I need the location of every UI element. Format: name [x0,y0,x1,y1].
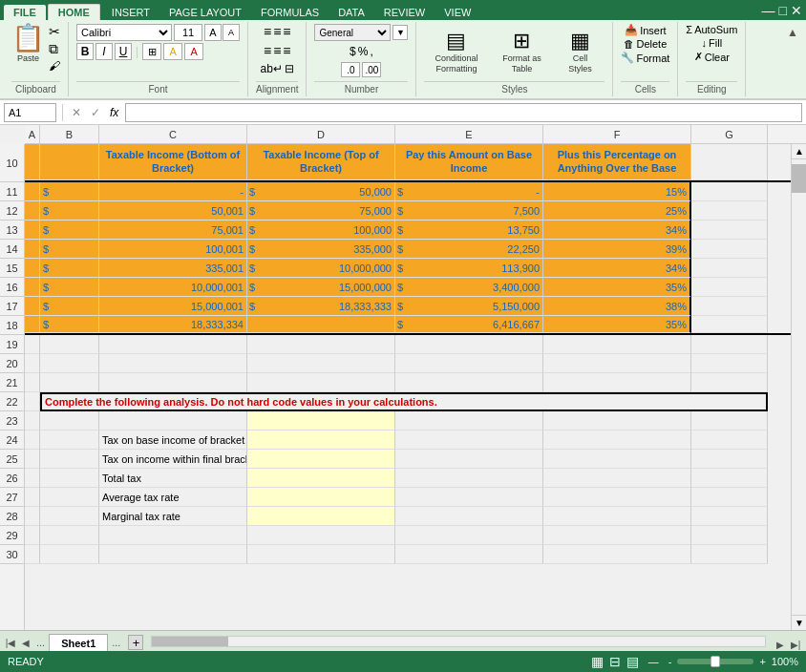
cell-F23[interactable] [543,411,691,430]
cell-C10[interactable]: Taxable Income (Bottom of Bracket) [99,144,247,180]
border-button[interactable]: ⊞ [142,43,161,60]
tab-nav-first[interactable]: |◀ [4,636,17,649]
cell-F29[interactable] [543,526,691,545]
row-header-17[interactable]: 17 [0,297,24,316]
cell-E17-pre[interactable]: $ [395,297,414,316]
cell-B27[interactable] [40,488,99,507]
scroll-thumb-vertical[interactable] [792,164,806,193]
cancel-formula-button[interactable]: ✕ [72,106,81,119]
cell-E20[interactable] [395,354,543,373]
cell-B10[interactable] [40,144,99,180]
cell-A11[interactable] [25,182,40,201]
cell-B29[interactable] [40,526,99,545]
tab-nav-last[interactable]: ▶| [789,638,802,651]
cell-reference-input[interactable] [4,103,56,122]
cell-D17-pre[interactable]: $ [247,297,266,316]
col-header-A[interactable]: A [25,125,40,143]
cell-E13-pre[interactable]: $ [395,220,414,240]
cell-C15[interactable]: 335,001 [99,259,247,278]
page-break-icon[interactable]: ▤ [626,654,639,669]
cell-G18[interactable] [691,316,768,333]
tab-file[interactable]: FILE [4,5,46,20]
cell-C30[interactable] [99,545,247,564]
cell-B15[interactable]: $ [40,259,99,278]
formula-input[interactable] [125,103,802,122]
normal-view-icon[interactable]: ▦ [591,654,604,669]
cell-D11-pre[interactable]: $ [247,182,266,201]
delete-cells-button[interactable]: 🗑 Delete [624,38,667,50]
cell-F11[interactable]: 15% [543,182,691,201]
tab-nav-prev[interactable]: ◀ [19,636,32,649]
cell-C28[interactable]: Marginal tax rate [99,507,247,526]
cell-F24[interactable] [543,430,691,450]
cell-B28[interactable] [40,507,99,526]
cell-A29[interactable] [25,526,40,545]
cell-A26[interactable] [25,469,40,488]
cell-B13[interactable]: $ [40,220,99,240]
row-header-11[interactable]: 11 [0,182,24,201]
cell-D26[interactable] [247,469,395,488]
cell-E13[interactable]: 13,750 [414,220,543,240]
cell-E18-pre[interactable]: $ [395,316,414,333]
cell-F16[interactable]: 35% [543,278,691,297]
row-header-12[interactable]: 12 [0,201,24,220]
cell-F30[interactable] [543,545,691,564]
cell-B16[interactable]: $ [40,278,99,297]
cell-D11[interactable]: 50,000 [266,182,395,201]
row-header-13[interactable]: 13 [0,220,24,240]
cell-D12-pre[interactable]: $ [247,201,266,220]
cell-D12[interactable]: 75,000 [266,201,395,220]
cell-B30[interactable] [40,545,99,564]
cell-D13-pre[interactable]: $ [247,220,266,240]
cell-A30[interactable] [25,545,40,564]
align-middle-button[interactable]: ≡ [273,24,281,39]
format-table-button[interactable]: ⊞ Format as Table [492,27,551,76]
cell-F26[interactable] [543,469,691,488]
cut-button[interactable]: ✂ [49,24,60,39]
row-header-30[interactable]: 30 [0,545,24,564]
row-header-20[interactable]: 20 [0,354,24,373]
cell-G20[interactable] [691,354,768,373]
cell-B23[interactable] [40,411,99,430]
cell-D19[interactable] [247,335,395,354]
italic-button[interactable]: I [95,43,113,60]
cell-B21[interactable] [40,373,99,392]
cell-C20[interactable] [99,354,247,373]
decrease-decimal-button[interactable]: .0 [341,62,360,77]
merge-button[interactable]: ⊟ [285,62,294,75]
zoom-out-button[interactable]: - [668,656,672,667]
format-cells-button[interactable]: 🔧 Format [621,52,669,64]
comma-button[interactable]: , [370,45,372,58]
insert-cells-button[interactable]: 📥 Insert [625,24,667,36]
cell-G13[interactable] [691,220,768,240]
cell-A13[interactable] [25,220,40,240]
cell-E11[interactable]: - [414,182,543,201]
cell-A28[interactable] [25,507,40,526]
cell-F20[interactable] [543,354,691,373]
font-size-decrease-button[interactable]: A [223,24,240,41]
cell-G16[interactable] [691,278,768,297]
conditional-formatting-button[interactable]: ▤ Conditional Formatting [424,27,488,76]
number-format-expand[interactable]: ▼ [392,25,408,40]
cell-E15-pre[interactable]: $ [395,259,414,278]
cell-D30[interactable] [247,545,395,564]
row-header-10[interactable]: 10 [0,144,24,182]
col-header-E[interactable]: E [395,125,543,143]
increase-decimal-button[interactable]: .00 [362,62,381,77]
tab-data[interactable]: DATA [329,5,374,20]
row-header-15[interactable]: 15 [0,259,24,278]
cell-E28[interactable] [395,507,543,526]
cell-F10[interactable]: Plus this Percentage on Anything Over th… [543,144,691,180]
cell-A22[interactable] [25,392,40,411]
cell-D29[interactable] [247,526,395,545]
col-header-C[interactable]: C [99,125,247,143]
cell-D17[interactable]: 18,333,333 [266,297,395,316]
cell-B14[interactable]: $ [40,240,99,259]
number-format-select[interactable]: General [314,24,391,41]
cell-C12[interactable]: 50,001 [99,201,247,220]
cell-E23[interactable] [395,411,543,430]
cell-E15[interactable]: 113,900 [414,259,543,278]
cell-B11[interactable]: $ [40,182,99,201]
row-header-18[interactable]: 18 [0,316,24,335]
cell-A20[interactable] [25,354,40,373]
